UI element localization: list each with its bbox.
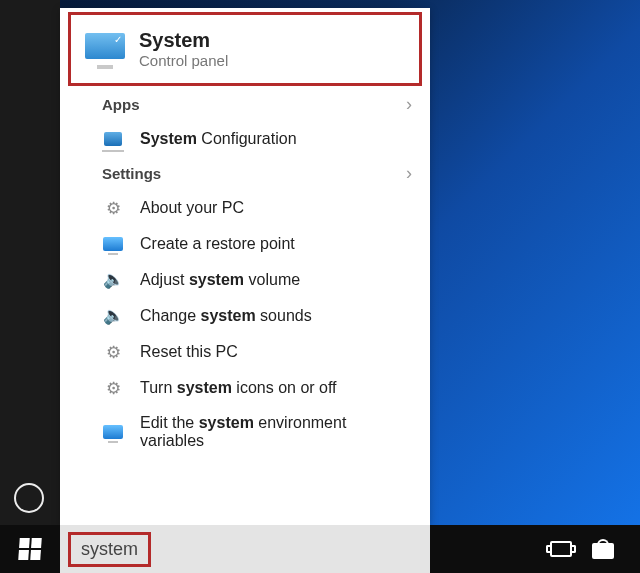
monitor-icon <box>102 422 124 442</box>
taskbar-search-box[interactable]: system <box>60 525 430 573</box>
system-monitor-icon <box>85 33 125 65</box>
result-label: Create a restore point <box>140 235 295 253</box>
best-match-subtitle: Control panel <box>139 52 228 69</box>
result-item-env-variables[interactable]: Edit the system environment variables <box>60 406 430 458</box>
store-icon[interactable] <box>592 539 614 559</box>
best-match-title: System <box>139 29 228 52</box>
result-item-change-sounds[interactable]: 🔈 Change system sounds <box>60 298 430 334</box>
search-query-text: system <box>68 532 151 567</box>
result-label: Turn system icons on or off <box>140 379 337 397</box>
taskbar: system <box>0 525 640 573</box>
result-item-create-restore-point[interactable]: Create a restore point <box>60 226 430 262</box>
start-search-results-panel: System Control panel Apps › System Confi… <box>60 8 430 525</box>
result-label: System Configuration <box>140 130 297 148</box>
gear-icon: ⚙ <box>102 342 124 362</box>
section-header-label: Apps <box>102 96 140 113</box>
taskbar-tray <box>550 539 640 559</box>
result-label: Change system sounds <box>140 307 312 325</box>
windows-logo-icon <box>18 538 42 560</box>
result-item-about-your-pc[interactable]: ⚙ About your PC <box>60 190 430 226</box>
chevron-right-icon: › <box>406 163 412 184</box>
section-header-settings[interactable]: Settings › <box>60 157 430 190</box>
result-label: Reset this PC <box>140 343 238 361</box>
result-item-system-configuration[interactable]: System Configuration <box>60 121 430 157</box>
result-item-adjust-volume[interactable]: 🔈 Adjust system volume <box>60 262 430 298</box>
result-label: Adjust system volume <box>140 271 300 289</box>
gear-icon: ⚙ <box>102 198 124 218</box>
search-panel-rail <box>0 0 60 525</box>
monitor-icon <box>102 234 124 254</box>
gear-icon: ⚙ <box>102 378 124 398</box>
result-label: Edit the system environment variables <box>140 414 412 450</box>
app-icon <box>102 129 124 149</box>
section-header-label: Settings <box>102 165 161 182</box>
chevron-right-icon: › <box>406 94 412 115</box>
result-item-system-icons[interactable]: ⚙ Turn system icons on or off <box>60 370 430 406</box>
speaker-icon: 🔈 <box>102 305 124 325</box>
task-view-icon[interactable] <box>550 541 572 557</box>
result-item-reset-pc[interactable]: ⚙ Reset this PC <box>60 334 430 370</box>
cortana-icon[interactable] <box>14 483 44 513</box>
speaker-icon: 🔈 <box>102 269 124 289</box>
result-label: About your PC <box>140 199 244 217</box>
start-button[interactable] <box>0 525 60 573</box>
section-header-apps[interactable]: Apps › <box>60 88 430 121</box>
best-match-result[interactable]: System Control panel <box>68 12 422 86</box>
